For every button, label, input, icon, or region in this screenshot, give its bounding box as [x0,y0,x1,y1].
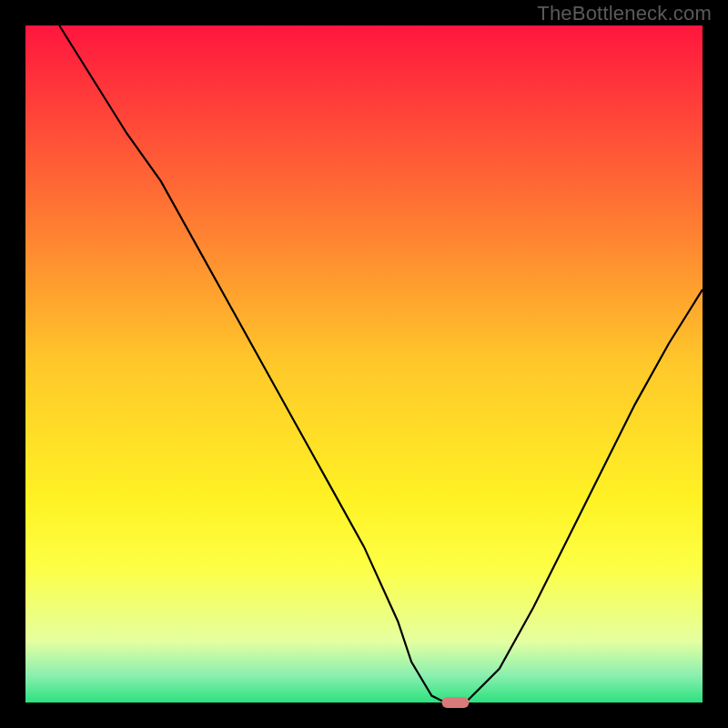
gradient-background [25,25,703,703]
chart-container: TheBottleneck.com [0,0,728,728]
optimum-marker [441,697,469,708]
bottleneck-chart [0,0,728,728]
watermark-text: TheBottleneck.com [537,2,712,25]
